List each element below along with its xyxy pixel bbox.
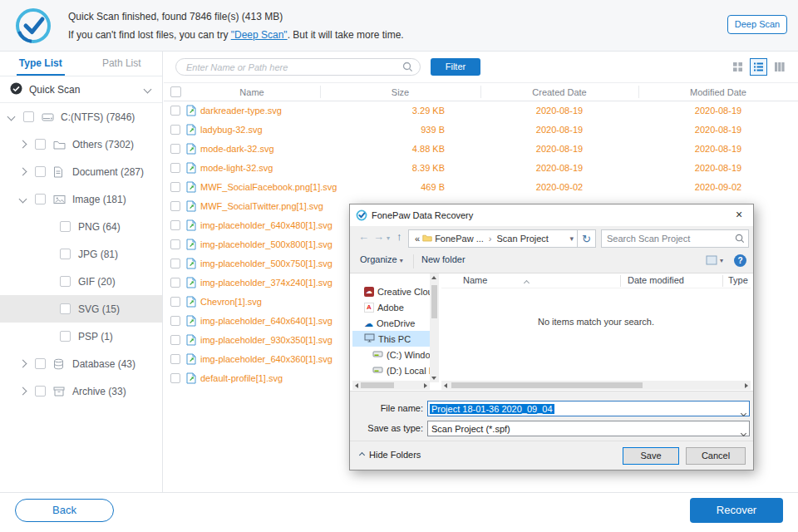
- checkbox[interactable]: [170, 201, 180, 211]
- nav-item-this-pc[interactable]: This PC: [352, 331, 430, 347]
- chevron-right-icon[interactable]: [19, 360, 27, 368]
- breadcrumb-current[interactable]: Scan Project: [497, 234, 549, 244]
- horizontal-scrollbar[interactable]: [441, 381, 751, 390]
- checkbox[interactable]: [35, 166, 46, 177]
- chevron-down-icon[interactable]: [741, 427, 746, 437]
- table-row[interactable]: mode-dark-32.svg4.88 KB2020-08-192020-08…: [164, 140, 798, 159]
- refresh-icon[interactable]: ↻: [578, 229, 596, 248]
- tree-item-psp[interactable]: PSP (1): [0, 323, 162, 350]
- tab-path-list[interactable]: Path List: [81, 52, 163, 76]
- nav-item-drive-c[interactable]: (C:) Windows 10: [352, 347, 430, 362]
- checkbox[interactable]: [60, 303, 71, 314]
- chevron-down-icon[interactable]: [19, 195, 27, 204]
- search-input[interactable]: [175, 58, 421, 76]
- scroll-left-icon[interactable]: [444, 383, 447, 388]
- tab-type-list[interactable]: Type List: [0, 52, 81, 76]
- cancel-button[interactable]: Cancel: [686, 447, 746, 465]
- nav-item-creative-cloud[interactable]: ☁Creative Cloud Fil: [352, 283, 430, 299]
- list-view-icon[interactable]: [750, 58, 767, 76]
- file-name-input[interactable]: Project 18-01-36 2020_09_04: [427, 401, 750, 416]
- tree-item-jpg[interactable]: JPG (81): [0, 240, 162, 268]
- chevron-down-icon[interactable]: [741, 407, 746, 417]
- checkbox[interactable]: [35, 358, 46, 369]
- chevron-down-icon[interactable]: ▾: [569, 234, 574, 243]
- organize-button[interactable]: Organize ▾: [360, 254, 403, 264]
- new-folder-button[interactable]: New folder: [421, 254, 466, 264]
- breadcrumb-overflow[interactable]: «: [415, 234, 420, 244]
- back-icon[interactable]: ←: [358, 230, 369, 243]
- breadcrumb-parent[interactable]: FonePaw ...: [435, 234, 484, 244]
- column-header-name[interactable]: Name: [463, 275, 487, 285]
- scroll-right-icon[interactable]: [745, 383, 748, 388]
- forward-icon[interactable]: →: [373, 230, 384, 243]
- recover-button[interactable]: Recover: [690, 498, 783, 523]
- save-button[interactable]: Save: [623, 447, 679, 465]
- table-row[interactable]: darkreader-type.svg3.29 KB2020-08-192020…: [164, 101, 798, 121]
- hide-folders-button[interactable]: Hide Folders: [360, 450, 421, 460]
- tree-item-document[interactable]: Document (287): [0, 158, 162, 185]
- back-button[interactable]: Back: [15, 499, 114, 522]
- search-icon[interactable]: [735, 234, 745, 245]
- scrollbar-thumb[interactable]: [451, 382, 643, 388]
- filter-button[interactable]: Filter: [431, 58, 480, 76]
- table-row[interactable]: MWF_SocialFacebook.png[1].svg469 B2020-0…: [164, 178, 798, 197]
- dialog-titlebar[interactable]: FonePaw Data Recovery ×: [350, 204, 753, 226]
- tree-item-drive-c[interactable]: C:(NTFS) (7846): [0, 103, 162, 131]
- nav-item-adobe[interactable]: AAdobe: [352, 299, 430, 315]
- column-header-type[interactable]: Type: [728, 275, 748, 285]
- scroll-right-icon[interactable]: [424, 383, 427, 388]
- column-header-size[interactable]: Size: [320, 83, 480, 102]
- checkbox[interactable]: [170, 163, 180, 173]
- quick-scan-row[interactable]: Quick Scan: [0, 76, 162, 103]
- column-header-date-modified[interactable]: Date modified: [628, 275, 684, 285]
- chevron-right-icon[interactable]: [19, 168, 27, 176]
- view-options-icon[interactable]: ▾: [706, 255, 723, 265]
- tree-item-svg[interactable]: SVG (15): [0, 295, 162, 323]
- vertical-scrollbar[interactable]: [430, 273, 439, 382]
- save-type-select[interactable]: Scan Project (*.spf): [427, 421, 750, 436]
- chevron-right-icon[interactable]: [19, 387, 27, 396]
- tree-item-others[interactable]: Others (7302): [0, 131, 162, 158]
- chevron-right-icon[interactable]: [19, 140, 27, 149]
- nav-item-drive-d[interactable]: (D:) Local Disk: [352, 362, 430, 378]
- tree-item-gif[interactable]: GIF (20): [0, 268, 162, 295]
- checkbox[interactable]: [35, 139, 46, 150]
- tree-item-image[interactable]: Image (181): [0, 185, 162, 213]
- checkbox[interactable]: [60, 249, 71, 259]
- checkbox[interactable]: [170, 125, 180, 135]
- checkbox[interactable]: [170, 220, 180, 230]
- up-icon[interactable]: ↑: [397, 230, 402, 243]
- horizontal-scrollbar[interactable]: [352, 381, 430, 390]
- column-header-name[interactable]: Name: [184, 83, 320, 102]
- detail-view-icon[interactable]: [771, 58, 788, 76]
- checkbox[interactable]: [35, 194, 46, 204]
- checkbox[interactable]: [60, 221, 71, 232]
- close-icon[interactable]: ×: [725, 204, 753, 226]
- scroll-up-icon[interactable]: [431, 276, 436, 279]
- scrollbar-thumb[interactable]: [431, 285, 437, 318]
- checkbox[interactable]: [170, 354, 180, 364]
- table-row[interactable]: mode-light-32.svg8.39 KB2020-08-192020-0…: [164, 159, 798, 178]
- chevron-down-icon[interactable]: [7, 113, 16, 121]
- checkbox[interactable]: [170, 297, 180, 307]
- scroll-left-icon[interactable]: [355, 383, 358, 388]
- scroll-down-icon[interactable]: [431, 377, 436, 380]
- checkbox[interactable]: [35, 386, 46, 397]
- tree-item-database[interactable]: Database (43): [0, 350, 162, 377]
- checkbox[interactable]: [60, 276, 71, 287]
- checkbox[interactable]: [170, 335, 180, 345]
- checkbox[interactable]: [170, 316, 180, 326]
- scrollbar-thumb[interactable]: [361, 382, 394, 388]
- table-row[interactable]: ladybug-32.svg939 B2020-08-192020-08-19: [164, 121, 798, 140]
- checkbox[interactable]: [170, 144, 180, 154]
- deep-scan-button[interactable]: Deep Scan: [727, 15, 787, 34]
- checkbox[interactable]: [170, 259, 180, 268]
- tree-item-archive[interactable]: Archive (33): [0, 377, 162, 405]
- history-chevron-icon[interactable]: ▾: [387, 234, 390, 242]
- grid-view-icon[interactable]: [729, 58, 746, 76]
- search-icon[interactable]: [402, 62, 413, 75]
- checkbox[interactable]: [170, 182, 180, 192]
- dialog-search-input[interactable]: [601, 229, 749, 248]
- address-bar[interactable]: « FonePaw ... › Scan Project ▾: [408, 229, 578, 248]
- column-header-modified[interactable]: Modified Date: [638, 83, 798, 102]
